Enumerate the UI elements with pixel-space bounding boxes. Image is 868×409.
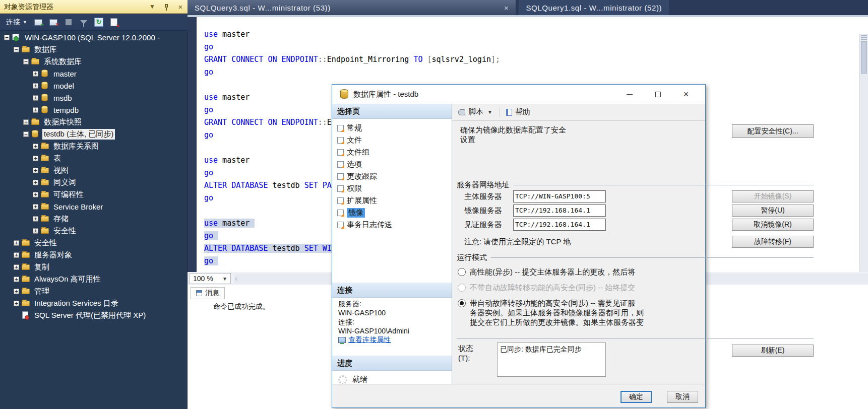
- page-item-item[interactable]: 常规: [332, 122, 452, 134]
- tree-row[interactable]: +数据库快照: [0, 116, 188, 128]
- radio-unchecked-icon[interactable]: [458, 268, 466, 276]
- tree-row[interactable]: −系统数据库: [0, 55, 188, 67]
- mirroring-action-button[interactable]: 暂停(U): [732, 204, 814, 217]
- tree-row[interactable]: +安全性: [0, 225, 188, 237]
- operating-mode-option[interactable]: 带自动故障转移功能的高安全(同步) -- 需要见证服务器实例。如果主体服务器和镜…: [457, 298, 818, 327]
- ok-button[interactable]: 确定: [621, 391, 652, 403]
- maximize-icon[interactable]: [644, 85, 672, 104]
- expand-icon[interactable]: +: [33, 228, 38, 234]
- expand-icon[interactable]: +: [14, 264, 19, 270]
- dialog-title-bar[interactable]: 数据库属性 - testdb ×: [332, 85, 705, 104]
- refresh-button[interactable]: 刷新(E): [732, 345, 814, 357]
- expand-icon[interactable]: +: [33, 144, 38, 149]
- expand-icon[interactable]: +: [33, 107, 38, 113]
- page-item-item[interactable]: 事务日志传送: [332, 219, 452, 231]
- view-connection-properties-link[interactable]: 查看连接属性: [348, 335, 391, 345]
- page-item-item[interactable]: 更改跟踪: [332, 170, 452, 182]
- expand-icon[interactable]: +: [14, 240, 19, 246]
- tree-row[interactable]: +可编程性: [0, 188, 188, 200]
- expand-icon[interactable]: +: [33, 95, 38, 101]
- cancel-button[interactable]: 取消: [667, 391, 698, 403]
- page-item-selected[interactable]: 镜像: [332, 207, 452, 219]
- server-address-rows: 主体服务器TCP://WIN-GASP100:5开始镜像(S)镜像服务器TCP:…: [457, 189, 814, 232]
- tree-row[interactable]: +表: [0, 152, 188, 164]
- progress-status: 就绪: [352, 375, 367, 384]
- tab-sqlquery1[interactable]: SQLQuery1.sql - W...ministrator (52)): [519, 0, 669, 15]
- expand-icon[interactable]: +: [33, 216, 38, 222]
- failover-button[interactable]: 故障转移(F): [732, 236, 814, 248]
- tree-row[interactable]: +tempdb: [0, 104, 188, 116]
- refresh-button[interactable]: ↻: [93, 16, 105, 28]
- tree-row[interactable]: +视图: [0, 164, 188, 176]
- radio-checked-icon[interactable]: [458, 299, 466, 307]
- tree-row[interactable]: SQL Server 代理(已禁用代理 XP): [0, 309, 188, 321]
- expand-icon[interactable]: +: [14, 277, 19, 282]
- expand-icon[interactable]: +: [33, 71, 38, 77]
- tree-row[interactable]: +msdb: [0, 92, 188, 104]
- object-explorer-tree[interactable]: −WIN-GASP100 (SQL Server 12.0.2000 -−数据库…: [0, 31, 188, 409]
- tree-row[interactable]: −数据库: [0, 43, 188, 55]
- pin-icon[interactable]: [162, 3, 170, 11]
- tree-row[interactable]: +服务器对象: [0, 249, 188, 261]
- tab-messages[interactable]: 消息: [191, 287, 225, 299]
- page-item-item[interactable]: 文件组: [332, 146, 452, 158]
- window-position-chevron-down-icon[interactable]: ▼: [148, 3, 156, 11]
- close-icon[interactable]: ×: [176, 3, 184, 11]
- close-icon[interactable]: ×: [672, 85, 700, 104]
- tree-row[interactable]: +数据库关系图: [0, 140, 188, 152]
- script-button[interactable]: 脚本: [468, 107, 483, 117]
- page-item-item[interactable]: 文件: [332, 134, 452, 146]
- connect-dropdown-button[interactable]: 连接 ▼: [4, 16, 29, 28]
- expand-icon[interactable]: +: [14, 289, 19, 294]
- collapse-icon[interactable]: −: [4, 35, 10, 40]
- minimize-icon[interactable]: [615, 85, 644, 104]
- page-item-item[interactable]: 权限: [332, 182, 452, 194]
- expand-icon[interactable]: +: [23, 119, 29, 125]
- tab-close-icon[interactable]: ×: [504, 4, 509, 12]
- tree-row[interactable]: +master: [0, 67, 188, 80]
- script-error-icon[interactable]: ×: [108, 16, 120, 28]
- expand-icon[interactable]: +: [33, 204, 38, 210]
- tree-row[interactable]: +AlwaysOn 高可用性: [0, 273, 188, 285]
- mirroring-action-button[interactable]: 取消镜像(R): [732, 219, 814, 231]
- configure-security-button[interactable]: 配置安全性(C)...: [732, 124, 814, 138]
- tab-sqlquery3[interactable]: SQLQuery3.sql - W...ministrator (53))×: [188, 0, 516, 15]
- tree-row[interactable]: +Integration Services 目录: [0, 297, 188, 309]
- tree-row[interactable]: +复制: [0, 261, 188, 273]
- tree-row[interactable]: +Service Broker: [0, 200, 188, 213]
- disconnect-button[interactable]: ×: [47, 16, 59, 28]
- operating-mode-option[interactable]: 高性能(异步) -- 提交主体服务器上的更改，然后将: [457, 267, 818, 277]
- scrollbar-thumb[interactable]: [861, 41, 867, 74]
- editor-vertical-scrollbar[interactable]: [859, 34, 868, 289]
- zoom-level-dropdown[interactable]: 100 % ▼: [190, 273, 231, 284]
- tree-row[interactable]: −testdb (主体, 已同步): [0, 128, 188, 140]
- server-address-input[interactable]: TCP://192.168.164.1: [513, 204, 606, 217]
- tree-row[interactable]: +安全性: [0, 237, 188, 249]
- filter-icon[interactable]: [78, 16, 90, 28]
- splitter-grip[interactable]: [861, 35, 867, 40]
- tree-row[interactable]: +model: [0, 80, 188, 92]
- connect-object-explorer-button[interactable]: +: [32, 16, 44, 28]
- chevron-down-icon[interactable]: ▼: [487, 109, 492, 115]
- expand-icon[interactable]: +: [33, 83, 38, 89]
- expand-icon[interactable]: +: [14, 252, 19, 258]
- expand-icon[interactable]: +: [33, 192, 38, 197]
- help-button[interactable]: 帮助: [515, 107, 530, 117]
- server-address-input[interactable]: TCP://192.168.164.1: [513, 219, 606, 231]
- expand-icon[interactable]: +: [33, 168, 38, 173]
- tree-row[interactable]: +管理: [0, 285, 188, 297]
- tree-row[interactable]: +存储: [0, 213, 188, 225]
- expand-icon[interactable]: +: [33, 180, 38, 185]
- server-address-input[interactable]: TCP://WIN-GASP100:5: [513, 190, 606, 202]
- collapse-icon[interactable]: −: [23, 131, 29, 137]
- expand-icon[interactable]: +: [14, 301, 19, 306]
- collapse-icon[interactable]: −: [23, 59, 29, 64]
- tree-row[interactable]: −WIN-GASP100 (SQL Server 12.0.2000 -: [0, 31, 188, 43]
- collapse-icon[interactable]: −: [14, 47, 19, 52]
- page-item-item[interactable]: 扩展属性: [332, 194, 452, 207]
- object-explorer-title-bar[interactable]: 对象资源管理器 ▼ ×: [0, 0, 188, 14]
- expand-icon[interactable]: +: [33, 156, 38, 161]
- tree-row[interactable]: +同义词: [0, 176, 188, 188]
- scroll-left-arrow-icon[interactable]: ‹: [235, 275, 237, 283]
- page-item-item[interactable]: 选项: [332, 158, 452, 170]
